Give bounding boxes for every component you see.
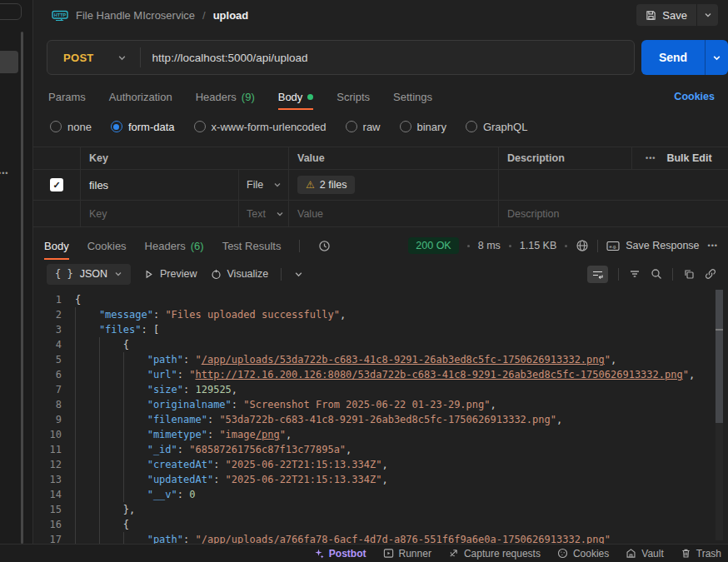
filter-button[interactable]: [629, 269, 641, 279]
visualize-button[interactable]: Visualize: [210, 268, 269, 280]
response-time[interactable]: 8 ms: [478, 240, 501, 251]
tab-params[interactable]: Params: [48, 83, 86, 110]
code-token: :: [183, 384, 195, 395]
json-link[interactable]: /app/uploads/a766fa78-6acf-4d7d-a876-551…: [202, 534, 605, 544]
statusbar-vault[interactable]: Vault: [626, 548, 663, 560]
code-token: "53da722b-c683-41c8-9291-26ab3ed8c5fc-17…: [219, 414, 556, 425]
sidebar-selected-item-fragment[interactable]: [0, 51, 18, 73]
body-type-raw[interactable]: raw: [346, 121, 381, 133]
network-info-button[interactable]: [576, 239, 589, 252]
bulk-edit-cell: ••• Bulk Edit: [632, 147, 728, 170]
viewer-more-menu[interactable]: [294, 270, 303, 279]
status-badge[interactable]: 200 OK: [408, 237, 458, 254]
chevron-down-icon: [114, 270, 122, 278]
breadcrumb-request-name[interactable]: upload: [213, 9, 249, 22]
json-link[interactable]: /png: [256, 429, 280, 440]
more-options-icon[interactable]: •••: [708, 241, 718, 250]
cookies-link[interactable]: Cookies: [674, 91, 715, 102]
statusbar-cookies[interactable]: Cookies: [557, 548, 609, 560]
code-text: "filename": "53da722b-c683-41c8-9291-26a…: [75, 412, 562, 427]
value-cell: ⚠ 2 files: [289, 170, 499, 201]
body-type-binary[interactable]: binary: [400, 121, 446, 133]
tab-headers[interactable]: Headers(9): [196, 83, 255, 110]
divider: [281, 268, 282, 281]
wrap-lines-button[interactable]: [587, 266, 608, 283]
code-token: ,: [340, 309, 346, 321]
copy-button[interactable]: [683, 268, 695, 280]
tab-authorization[interactable]: Authorization: [109, 83, 172, 110]
indent-guide-icon: [99, 517, 123, 532]
request-header-bar: HTTP File Handle MIcroservice / upload: [33, 0, 728, 30]
response-size[interactable]: 1.15 KB: [520, 240, 556, 251]
key-cell[interactable]: files: [81, 170, 239, 201]
tab-settings[interactable]: Settings: [393, 83, 432, 110]
save-button[interactable]: Save: [636, 4, 696, 26]
body-type-graphql[interactable]: GraphQL: [466, 121, 527, 133]
sidebar-scrollbar[interactable]: [21, 32, 23, 544]
send-button[interactable]: Send: [641, 40, 705, 75]
save-response-button[interactable]: e.g. Save Response: [606, 240, 699, 251]
link-button[interactable]: [705, 268, 716, 280]
indent-guide-icon: [99, 427, 123, 442]
body-type-none[interactable]: none: [50, 121, 92, 133]
json-link[interactable]: /app/uploads/53da722b-c683-41c8-9291-26a…: [202, 354, 605, 366]
breadcrumb-collection[interactable]: File Handle MIcroservice: [76, 9, 195, 22]
row-enabled-checkbox[interactable]: ✓: [50, 178, 63, 191]
type-select[interactable]: Text: [239, 201, 289, 226]
tab-body[interactable]: Body: [278, 83, 314, 110]
code-token: {: [123, 519, 129, 530]
save-menu-button[interactable]: [697, 4, 718, 26]
tab-body[interactable]: Body: [44, 231, 69, 260]
sidebar-tab-fragment[interactable]: [0, 3, 22, 20]
more-options-icon[interactable]: •••: [0, 169, 8, 177]
magic-wand-icon: [210, 268, 222, 280]
dot-separator: [467, 245, 470, 247]
wrap-text-icon: [591, 269, 604, 280]
statusbar-postbot[interactable]: Postbot: [313, 548, 366, 560]
selected-files-badge[interactable]: ⚠ 2 files: [297, 176, 355, 194]
indent-guide-icon: [123, 457, 147, 472]
bulk-edit-button[interactable]: Bulk Edit: [666, 152, 711, 164]
tab-cookies[interactable]: Cookies: [87, 231, 127, 260]
tab-scripts[interactable]: Scripts: [337, 83, 370, 110]
statusbar-runner[interactable]: Runner: [383, 548, 431, 560]
radio-icon: [400, 121, 411, 132]
statusbar-capture-requests[interactable]: Capture requests: [448, 548, 541, 560]
code-line: 10"mimetype": "image/png",: [33, 427, 728, 442]
indent-guide-icon: [123, 442, 147, 457]
code-line: 6"url": "http://172.16.200.126:8080/53da…: [33, 367, 728, 382]
indent-guide-icon: [99, 502, 123, 517]
url-input[interactable]: http://localhost:5000/api/upload: [141, 52, 308, 64]
code-token: ,: [556, 414, 562, 425]
body-type-selector: noneform-datax-www-form-urlencodedrawbin…: [33, 110, 728, 143]
statusbar-trash[interactable]: Trash: [681, 548, 721, 560]
code-token: :: [232, 399, 243, 410]
key-input-placeholder[interactable]: Key: [81, 201, 239, 226]
radio-icon: [346, 121, 357, 132]
body-type-x-www-form-urlencoded[interactable]: x-www-form-urlencoded: [194, 121, 327, 133]
code-scrollbar-thumb[interactable]: [716, 290, 723, 423]
json-link[interactable]: http://172.16.200.126:8080/53da722b-c683…: [195, 369, 682, 380]
indent-guide-icon: [75, 457, 99, 472]
indent-guide-icon: [75, 502, 99, 517]
visualize-label: Visualize: [227, 268, 269, 280]
description-cell[interactable]: [499, 170, 728, 201]
response-history-button[interactable]: [318, 240, 331, 252]
send-menu-button[interactable]: [706, 40, 728, 75]
divider: [672, 268, 673, 281]
body-type-form-data[interactable]: form-data: [111, 121, 175, 133]
search-button[interactable]: [651, 268, 662, 280]
preview-button[interactable]: Preview: [143, 268, 197, 280]
description-input-placeholder[interactable]: Description: [499, 201, 728, 226]
tab-test-results[interactable]: Test Results: [222, 231, 282, 260]
method-selector[interactable]: POST: [47, 52, 140, 64]
more-options-icon[interactable]: •••: [646, 154, 656, 162]
line-number: 17: [33, 532, 75, 544]
format-selector[interactable]: { } JSON: [47, 264, 131, 285]
indent-guide-icon: [99, 457, 123, 472]
indent-guide-icon: [75, 367, 99, 382]
value-input-placeholder[interactable]: Value: [289, 201, 499, 226]
type-select[interactable]: File: [239, 170, 289, 201]
statusbar-label: Runner: [399, 548, 431, 560]
tab-headers[interactable]: Headers(6): [145, 231, 204, 260]
